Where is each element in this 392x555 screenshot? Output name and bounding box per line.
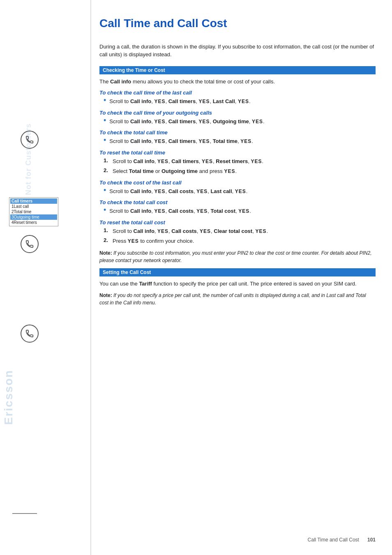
proc-heading-4: To reset the total call time xyxy=(99,150,376,156)
note-label-1: Note: xyxy=(99,250,113,256)
section1-header: Checking the Time or Cost xyxy=(99,66,376,74)
phone-icon-3 xyxy=(21,325,39,343)
main-content: Call Time and Call Cost During a call, t… xyxy=(90,0,392,555)
bullet-5: • Scroll to Call info, YES, Call costs, … xyxy=(99,207,376,215)
bullet-text-2: Scroll to Call info, YES, Call timers, Y… xyxy=(109,117,376,126)
ericsson-watermark: Ericsson xyxy=(2,370,15,425)
bullet-3: • Scroll to Call info, YES, Call timers,… xyxy=(99,137,376,145)
proc-heading-2: To check the call time of your outgoing … xyxy=(99,110,376,116)
num-label-3: 1. xyxy=(104,227,110,233)
bullet-dot-5: • xyxy=(104,206,106,214)
proc-heading-5: To check the cost of the last call xyxy=(99,180,376,186)
page-title: Call Time and Call Cost xyxy=(99,16,376,30)
phone-icon-2 xyxy=(21,235,39,253)
bullet-1: • Scroll to Call info, YES, Call timers,… xyxy=(99,97,376,106)
proc-heading-1: To check the call time of the last call xyxy=(99,90,376,96)
note-block-2: Note: If you do not specify a price per … xyxy=(99,292,376,306)
call-timers-item-2: 2Total time xyxy=(10,209,57,214)
num-text-3: Scroll to Call info, YES, Call costs, YE… xyxy=(113,227,376,235)
sidebar: Ericsson Not for Customers Call timers 1… xyxy=(0,0,90,555)
section2-intro: You can use the Tariff function to speci… xyxy=(99,280,376,288)
phone-icon-1 xyxy=(21,131,39,149)
num-label-4: 2. xyxy=(104,237,110,243)
bullet-text-5: Scroll to Call info, YES, Call costs, YE… xyxy=(109,207,376,215)
numbered-3: 1. Scroll to Call info, YES, Call costs,… xyxy=(99,227,376,235)
call-timers-item-4: 4Reset timers xyxy=(10,220,57,225)
page: Ericsson Not for Customers Call timers 1… xyxy=(0,0,392,555)
proc-heading-6: To check the total call cost xyxy=(99,199,376,205)
bullet-dot-3: • xyxy=(104,136,106,144)
footer-page-number: 101 xyxy=(367,537,376,543)
bullet-dot-1: • xyxy=(104,97,106,104)
section1-intro: The Call info menu allows you to check t… xyxy=(99,78,376,86)
num-text-1: Scroll to Call info, YES, Call timers, Y… xyxy=(113,157,376,166)
bullet-dot-2: • xyxy=(104,117,106,124)
proc-heading-3: To check the total call time xyxy=(99,129,376,136)
note-text-2: If you do not specify a price per call u… xyxy=(99,292,366,306)
call-timers-item-1: 1Last call xyxy=(10,204,57,209)
note-block-1: Note: If you subscribe to cost informati… xyxy=(99,249,376,264)
numbered-1: 1. Scroll to Call info, YES, Call timers… xyxy=(99,157,376,166)
bullet-text-3: Scroll to Call info, YES, Call timers, Y… xyxy=(109,137,376,145)
numbered-2: 2. Select Total time or Outgoing time an… xyxy=(99,167,376,175)
call-timers-box: Call timers 1Last call 2Total time 3Outg… xyxy=(9,197,58,226)
note-text-1: If you subscribe to cost information, yo… xyxy=(99,250,372,263)
num-text-4: Press YES to confirm your choice. xyxy=(113,237,376,245)
bottom-line xyxy=(12,513,37,514)
bullet-2: • Scroll to Call info, YES, Call timers,… xyxy=(99,117,376,126)
proc-heading-7: To reset the total call cost xyxy=(99,219,376,226)
call-timers-item-3: 3Outgoing time xyxy=(10,214,57,220)
intro-paragraph: During a call, the duration is shown in … xyxy=(99,43,376,59)
num-text-2: Select Total time or Outgoing time and p… xyxy=(113,167,376,175)
section2-header: Setting the Call Cost xyxy=(99,268,376,276)
bullet-text-4: Scroll to Call info, YES, Call costs, YE… xyxy=(109,187,376,196)
bullet-dot-4: • xyxy=(104,187,106,194)
numbered-4: 2. Press YES to confirm your choice. xyxy=(99,237,376,245)
num-label-1: 1. xyxy=(104,157,110,164)
bullet-text-1: Scroll to Call info, YES, Call timers, Y… xyxy=(109,97,376,106)
footer-title: Call Time and Call Cost xyxy=(308,537,359,543)
page-footer: Call Time and Call Cost 101 xyxy=(308,537,376,543)
call-timers-header: Call timers xyxy=(10,198,57,204)
note-label-2: Note: xyxy=(99,292,113,298)
num-label-2: 2. xyxy=(104,167,110,173)
bullet-4: • Scroll to Call info, YES, Call costs, … xyxy=(99,187,376,196)
